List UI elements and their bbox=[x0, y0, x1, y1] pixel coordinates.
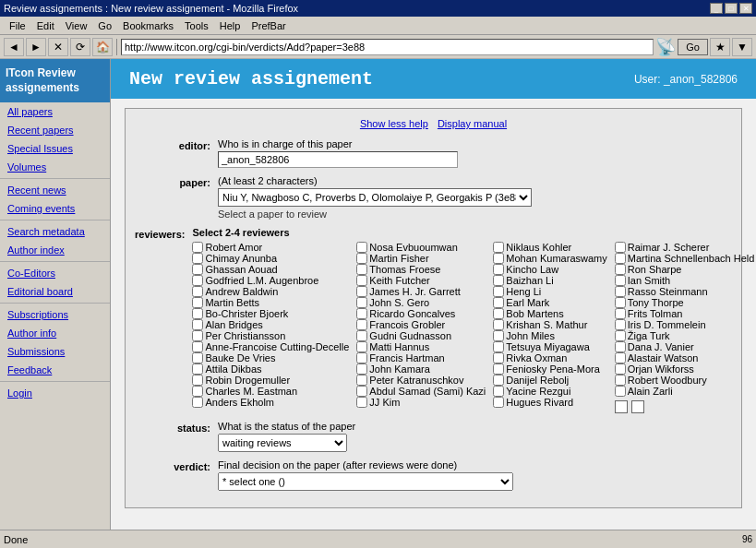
sidebar-item-coming-events[interactable]: Coming events bbox=[0, 199, 110, 218]
go-button[interactable]: Go bbox=[678, 39, 708, 55]
verdict-select[interactable]: * select one () accept reject revise bbox=[218, 472, 513, 491]
sidebar-item-editorial-board[interactable]: Editorial board bbox=[0, 282, 110, 301]
check-anders-ekholm[interactable] bbox=[192, 397, 203, 408]
menu-view[interactable]: View bbox=[60, 19, 93, 32]
check-abdul-samad[interactable] bbox=[356, 386, 367, 397]
check-peter-katranuschkov[interactable] bbox=[356, 375, 367, 386]
check-attila-dikbas[interactable] bbox=[192, 363, 203, 375]
check-earl-mark[interactable] bbox=[493, 297, 504, 308]
menu-tools[interactable]: Tools bbox=[179, 19, 214, 32]
check-feniosky[interactable] bbox=[493, 363, 504, 375]
menu-go[interactable]: Go bbox=[92, 19, 117, 32]
check-chimay-anunba[interactable] bbox=[192, 253, 203, 264]
check-raimar-scherer[interactable] bbox=[615, 242, 626, 253]
check-yacine-rezgui[interactable] bbox=[493, 386, 504, 397]
check-iris-tommelein[interactable] bbox=[615, 319, 626, 330]
check-anne-francoise[interactable] bbox=[192, 341, 203, 352]
check-niklaus-kohler[interactable] bbox=[493, 242, 504, 253]
check-godfried[interactable] bbox=[192, 275, 203, 286]
check-rivka-oxman[interactable] bbox=[493, 352, 504, 363]
check-orjan-wikforss[interactable] bbox=[615, 363, 626, 375]
menu-help[interactable]: Help bbox=[214, 19, 246, 32]
check-ricardo-goncalves[interactable] bbox=[356, 308, 367, 319]
check-andrew-baldwin[interactable] bbox=[192, 286, 203, 297]
check-ziga-turk[interactable] bbox=[615, 330, 626, 341]
check-ron-sharpe[interactable] bbox=[615, 264, 626, 275]
sidebar-item-special-issues[interactable]: Special Issues bbox=[0, 139, 110, 158]
check-martina-schnellenbach[interactable] bbox=[615, 253, 626, 264]
sidebar-item-search-metadata[interactable]: Search metadata bbox=[0, 222, 110, 241]
check-nosa[interactable] bbox=[356, 242, 367, 253]
refresh-button[interactable]: ⟳ bbox=[70, 38, 90, 56]
minimize-button[interactable]: _ bbox=[710, 3, 723, 14]
check-robin-drogemuller[interactable] bbox=[192, 375, 203, 386]
address-input[interactable] bbox=[121, 39, 654, 55]
sidebar-item-author-index[interactable]: Author index bbox=[0, 241, 110, 259]
check-matti-hannus[interactable] bbox=[356, 341, 367, 352]
check-alastair-watson[interactable] bbox=[615, 352, 626, 363]
back-button[interactable]: ◄ bbox=[4, 38, 24, 56]
check-tony-thorpe[interactable] bbox=[615, 297, 626, 308]
check-ghassan-aouad[interactable] bbox=[192, 264, 203, 275]
close-button[interactable]: ✕ bbox=[739, 3, 752, 14]
sidebar-item-login[interactable]: Login bbox=[0, 384, 110, 402]
check-gudni-gudnasson[interactable] bbox=[356, 330, 367, 341]
check-kincho-law[interactable] bbox=[493, 264, 504, 275]
sidebar-item-feedback[interactable]: Feedback bbox=[0, 361, 110, 379]
sidebar-item-subscriptions[interactable]: Subscriptions bbox=[0, 305, 110, 324]
check-martin-fisher[interactable] bbox=[356, 253, 367, 264]
sidebar-header[interactable]: ITcon Review assignements bbox=[0, 59, 110, 102]
display-manual-link[interactable]: Display manual bbox=[438, 118, 507, 129]
menu-bookmarks[interactable]: Bookmarks bbox=[117, 19, 179, 32]
check-hugues-rivard[interactable] bbox=[493, 397, 504, 408]
editor-input[interactable] bbox=[218, 151, 458, 168]
menu-file[interactable]: File bbox=[4, 19, 31, 32]
check-rasso-steinmann[interactable] bbox=[615, 286, 626, 297]
check-dana-vanier[interactable] bbox=[615, 341, 626, 352]
check-heng-li[interactable] bbox=[493, 286, 504, 297]
check-john-gero[interactable] bbox=[356, 297, 367, 308]
check-krishan-mathur[interactable] bbox=[493, 319, 504, 330]
check-john-miles[interactable] bbox=[493, 330, 504, 341]
check-baizhan-li[interactable] bbox=[493, 275, 504, 286]
sidebar-item-author-info[interactable]: Author info bbox=[0, 324, 110, 342]
check-alan-bridges[interactable] bbox=[192, 319, 203, 330]
bookmark-button[interactable]: ★ bbox=[710, 38, 730, 56]
check-frits-tolman[interactable] bbox=[615, 308, 626, 319]
check-martin-betts[interactable] bbox=[192, 297, 203, 308]
check-john-kamara[interactable] bbox=[356, 363, 367, 375]
paper-select[interactable]: Niu Y, Nwagboso C, Proverbs D, Olomolaiy… bbox=[218, 188, 532, 207]
sidebar-item-submissions[interactable]: Submissions bbox=[0, 342, 110, 361]
check-charles-eastman[interactable] bbox=[192, 386, 203, 397]
check-bo-christer[interactable] bbox=[192, 308, 203, 319]
check-keith-futcher[interactable] bbox=[356, 275, 367, 286]
check-mohan-kumaraswamy[interactable] bbox=[493, 253, 504, 264]
nav-extra-button[interactable]: ▼ bbox=[732, 38, 752, 56]
check-james-garrett[interactable] bbox=[356, 286, 367, 297]
sidebar-item-recent-papers[interactable]: Recent papers bbox=[0, 121, 110, 139]
menu-prefbar[interactable]: PrefBar bbox=[246, 19, 291, 32]
check-jj-kim[interactable] bbox=[356, 397, 367, 408]
check-robert-woodbury[interactable] bbox=[615, 375, 626, 386]
check-francois-grobler[interactable] bbox=[356, 319, 367, 330]
check-thomas-froese[interactable] bbox=[356, 264, 367, 275]
sidebar-item-recent-news[interactable]: Recent news bbox=[0, 181, 110, 199]
menu-edit[interactable]: Edit bbox=[31, 19, 60, 32]
check-danijel-rebolj[interactable] bbox=[493, 375, 504, 386]
forward-button[interactable]: ► bbox=[26, 38, 46, 56]
check-francis-hartman[interactable] bbox=[356, 352, 367, 363]
maximize-button[interactable]: □ bbox=[725, 3, 738, 14]
home-button[interactable]: 🏠 bbox=[92, 38, 113, 56]
sidebar-item-co-editors[interactable]: Co-Editors bbox=[0, 264, 110, 282]
stop-button[interactable]: ✕ bbox=[48, 38, 68, 56]
status-select[interactable]: waiting reviews in review reviewed bbox=[218, 434, 347, 452]
extra-checkbox-1[interactable] bbox=[615, 400, 628, 413]
check-robert-amor[interactable] bbox=[192, 242, 203, 253]
sidebar-item-all-papers[interactable]: All papers bbox=[0, 102, 110, 121]
check-ian-smith[interactable] bbox=[615, 275, 626, 286]
extra-checkbox-2[interactable] bbox=[631, 400, 644, 413]
check-bauke-de-vries[interactable] bbox=[192, 352, 203, 363]
sidebar-item-volumes[interactable]: Volumes bbox=[0, 158, 110, 176]
show-less-help-link[interactable]: Show less help bbox=[360, 118, 428, 129]
check-alain-zarli[interactable] bbox=[615, 386, 626, 397]
